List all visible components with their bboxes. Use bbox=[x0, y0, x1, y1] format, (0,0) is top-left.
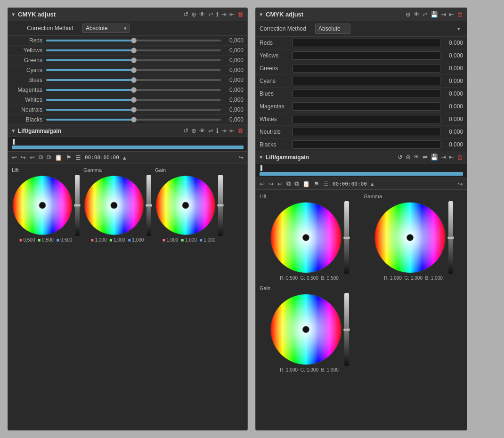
right-toolbar-undo-icon[interactable]: ↩ bbox=[260, 180, 265, 187]
gamma-color-wheel[interactable] bbox=[83, 175, 145, 236]
toolbar-redo2-icon[interactable]: ↪ bbox=[238, 154, 244, 161]
svg-point-19 bbox=[303, 235, 309, 241]
right-liftgamma-save-icon[interactable]: 💾 bbox=[431, 154, 438, 161]
right-bar-yellows[interactable] bbox=[293, 51, 440, 60]
timeline-section bbox=[8, 137, 247, 152]
right-liftgamma-eye-icon[interactable]: 👁 bbox=[414, 154, 420, 161]
slider-track-reds[interactable] bbox=[46, 40, 221, 41]
right-toolbar-bars-icon[interactable]: ☰ bbox=[323, 180, 329, 187]
right-gamma-vertical-slider[interactable] bbox=[448, 201, 453, 274]
right-correction-method-select-wrapper[interactable]: Absolute Relative bbox=[315, 24, 463, 34]
toolbar-flag-icon[interactable]: ⚑ bbox=[66, 154, 72, 161]
slider-track-neutrals[interactable] bbox=[46, 109, 221, 111]
right-gain-color-wheel[interactable] bbox=[269, 293, 342, 366]
right-liftgamma-trash-icon[interactable]: 🗑 bbox=[457, 154, 463, 161]
lift-vertical-slider[interactable] bbox=[75, 175, 80, 236]
right-bar-cyans[interactable] bbox=[293, 77, 440, 85]
toolbar-redo-icon[interactable]: ↪ bbox=[21, 154, 26, 161]
right-lift-vertical-slider[interactable] bbox=[344, 201, 349, 274]
liftgamma-zoom-icon[interactable]: ⊕ bbox=[191, 127, 196, 134]
sliders-icon[interactable]: ⇌ bbox=[208, 11, 213, 18]
right-bar-blues[interactable] bbox=[293, 89, 440, 98]
right-collapse-icon[interactable]: ▾ bbox=[260, 11, 263, 18]
toolbar-copy-icon[interactable]: ⧉ bbox=[47, 154, 51, 161]
expand2-icon[interactable]: ⇤ bbox=[229, 11, 235, 18]
slider-track-blues[interactable] bbox=[46, 79, 221, 81]
liftgamma-reset-icon[interactable]: ↺ bbox=[183, 127, 188, 134]
trash-icon[interactable]: 🗑 bbox=[237, 11, 244, 18]
timeline-bar[interactable] bbox=[12, 146, 244, 149]
right-zoom-icon[interactable]: ⊕ bbox=[406, 11, 411, 18]
right-toolbar-flag-icon[interactable]: ⚑ bbox=[314, 180, 319, 187]
gain-color-wheel[interactable] bbox=[155, 175, 216, 236]
gamma-vertical-slider[interactable] bbox=[146, 175, 151, 236]
right-expand1-icon[interactable]: ⇥ bbox=[441, 11, 446, 18]
slider-track-cyans[interactable] bbox=[46, 69, 221, 71]
right-toolbar-paste-icon[interactable]: 📋 bbox=[302, 180, 310, 187]
info-icon[interactable]: ℹ bbox=[216, 11, 219, 18]
right-lift-color-wheel[interactable] bbox=[269, 201, 342, 274]
right-sliders-icon[interactable]: ⇌ bbox=[423, 11, 428, 18]
right-bar-magentas[interactable] bbox=[293, 102, 440, 111]
liftgamma-collapse-icon[interactable]: ▾ bbox=[12, 127, 15, 134]
right-bar-neutrals[interactable] bbox=[293, 128, 440, 136]
right-gamma-color-wheel[interactable] bbox=[374, 201, 447, 274]
right-liftgamma-collapse-icon[interactable]: ▾ bbox=[260, 154, 263, 161]
slider-track-greens[interactable] bbox=[46, 59, 221, 61]
correction-method-label: Correction Method bbox=[27, 25, 79, 32]
toolbar-link-icon[interactable]: ⧉ bbox=[39, 154, 43, 161]
right-save-icon[interactable]: 💾 bbox=[431, 11, 438, 18]
slider-value-whites: 0,000 bbox=[225, 97, 244, 103]
right-toolbar-link-icon[interactable]: ⧉ bbox=[286, 180, 291, 187]
liftgamma-eye-icon[interactable]: 👁 bbox=[199, 127, 205, 134]
toolbar-undo-icon[interactable]: ↩ bbox=[12, 154, 17, 161]
right-toolbar-chevron-icon[interactable]: ▴ bbox=[371, 180, 374, 187]
toolbar-bars-icon[interactable]: ☰ bbox=[75, 154, 81, 161]
slider-track-magentas[interactable] bbox=[46, 89, 221, 91]
right-gain-vertical-slider[interactable] bbox=[344, 293, 349, 366]
right-correction-method-label: Correction Method bbox=[260, 25, 311, 32]
slider-track-blacks[interactable] bbox=[46, 119, 221, 121]
right-gamma-wheel-slider bbox=[374, 201, 453, 274]
right-eye-icon[interactable]: 👁 bbox=[414, 11, 420, 18]
zoom-icon[interactable]: ⊕ bbox=[191, 11, 196, 18]
slider-track-whites[interactable] bbox=[46, 99, 221, 101]
reset-icon[interactable]: ↺ bbox=[183, 11, 188, 18]
correction-method-select[interactable]: Absolute Relative bbox=[82, 24, 130, 33]
liftgamma-sliders-icon[interactable]: ⇌ bbox=[208, 127, 213, 134]
right-expand2-icon[interactable]: ⇤ bbox=[449, 11, 454, 18]
right-liftgamma-expand2-icon[interactable]: ⇤ bbox=[449, 154, 454, 161]
liftgamma-expand1-icon[interactable]: ⇥ bbox=[221, 127, 227, 134]
liftgamma-expand2-icon[interactable]: ⇤ bbox=[229, 127, 235, 134]
eye-icon[interactable]: 👁 bbox=[199, 11, 205, 18]
right-liftgamma-zoom-icon[interactable]: ⊕ bbox=[406, 154, 411, 161]
expand1-icon[interactable]: ⇥ bbox=[221, 11, 227, 18]
right-bar-greens[interactable] bbox=[293, 64, 440, 73]
correction-method-select-wrapper[interactable]: Absolute Relative bbox=[82, 24, 130, 33]
right-bar-blacks[interactable] bbox=[293, 140, 440, 149]
right-trash-icon[interactable]: 🗑 bbox=[457, 11, 463, 18]
slider-track-yellows[interactable] bbox=[46, 49, 221, 51]
gain-vertical-slider[interactable] bbox=[218, 175, 223, 236]
right-liftgamma-expand1-icon[interactable]: ⇥ bbox=[441, 154, 446, 161]
right-row-yellows: Yellows 0,000 bbox=[256, 49, 467, 62]
toolbar-chevron-icon[interactable]: ▴ bbox=[123, 154, 126, 161]
right-bar-reds[interactable] bbox=[293, 39, 440, 47]
right-correction-method-select[interactable]: Absolute Relative bbox=[315, 24, 350, 34]
right-liftgamma-reset-icon[interactable]: ↺ bbox=[398, 154, 403, 161]
right-toolbar-copy2-icon[interactable]: ↩ bbox=[277, 180, 283, 187]
liftgamma-trash-icon[interactable]: 🗑 bbox=[237, 127, 244, 134]
right-toolbar-copy-icon[interactable]: ⧉ bbox=[294, 180, 299, 187]
right-timeline-bar[interactable] bbox=[260, 172, 463, 176]
toolbar-copy2-icon[interactable]: ↩ bbox=[30, 154, 35, 161]
right-lift-label: Lift bbox=[260, 194, 267, 199]
right-wheel-group-gamma: Gamma bbox=[364, 194, 463, 281]
right-toolbar-redo2-icon[interactable]: ↪ bbox=[458, 180, 463, 187]
liftgamma-info-icon[interactable]: ℹ bbox=[216, 127, 219, 134]
right-toolbar-redo-icon[interactable]: ↪ bbox=[268, 180, 274, 187]
collapse-icon[interactable]: ▾ bbox=[12, 11, 15, 18]
toolbar-paste-icon[interactable]: 📋 bbox=[55, 154, 62, 161]
right-liftgamma-sliders-icon[interactable]: ⇌ bbox=[423, 154, 428, 161]
right-bar-whites[interactable] bbox=[293, 115, 440, 123]
lift-color-wheel[interactable] bbox=[12, 175, 73, 236]
